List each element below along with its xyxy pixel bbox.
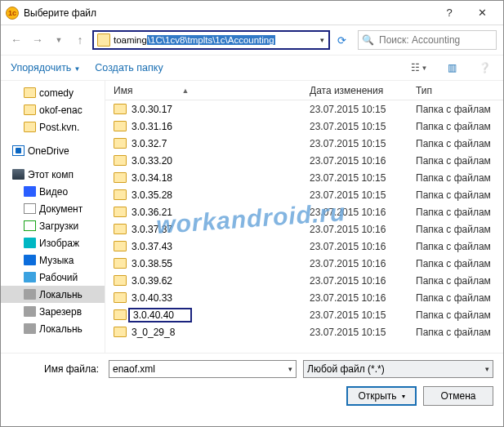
tree-docs[interactable]: Документ [1,200,105,217]
computer-icon [12,169,25,180]
file-date: 23.07.2015 10:16 [310,155,416,167]
folder-icon [114,275,127,286]
file-row[interactable]: 3.0.37.4323.07.2015 10:16Папка с файлам [105,238,503,255]
file-row[interactable]: 3_0_29_823.07.2015 10:15Папка с файлам [105,323,503,340]
preview-pane-button[interactable]: ▥ [443,60,461,75]
folder-icon [114,207,127,217]
file-name: 3.0.33.20 [132,155,172,167]
file-type: Папка с файлам [416,224,503,235]
tree-images[interactable]: Изображ [1,234,105,251]
file-type: Папка с файлам [416,155,503,167]
file-row[interactable]: 3.0.37.3723.07.2015 10:16Папка с файлам [105,220,503,238]
file-row[interactable]: 3.0.35.2823.07.2015 10:15Папка с файлам [105,186,503,203]
file-row[interactable]: 3.0.31.1623.07.2015 10:15Папка с файлам [105,118,503,135]
close-button[interactable]: ✕ [466,2,498,24]
tree-post[interactable]: Post.kvn. [1,118,105,136]
view-options[interactable]: ☷▼ [410,60,428,75]
tree-onedrive[interactable]: OneDrive [1,142,105,159]
file-type: Папка с файлам [416,189,503,201]
up-button[interactable]: ↑ [71,31,89,49]
help-icon[interactable]: ❔ [475,60,493,75]
back-button[interactable]: ← [7,31,25,49]
refresh-button[interactable]: ⟳ [333,34,350,47]
chevron-down-icon[interactable]: ▾ [315,36,328,44]
organize-menu[interactable]: Упорядочить▼ [11,62,80,73]
desktop-icon [24,272,36,282]
file-name: 3.0.37.37 [132,224,172,235]
history-dropdown[interactable]: ▼ [50,31,68,49]
tree-okof[interactable]: okof-enac [1,101,105,118]
rows-container[interactable]: 3.0.30.1723.07.2015 10:15Папка с файлам3… [105,100,503,363]
file-row[interactable]: 3.0.38.5523.07.2015 10:16Папка с файлам [105,255,503,272]
tree-comedy[interactable]: comedy [1,84,105,101]
new-folder-button[interactable]: Создать папку [95,62,163,73]
filter-value: Любой файл (*.*) [307,363,385,375]
file-type: Папка с файлам [416,258,503,269]
file-row[interactable]: 3.0.36.2123.07.2015 10:16Папка с файлам [105,203,503,220]
file-name: 3.0.35.28 [132,189,172,201]
tree-desktop[interactable]: Рабочий [1,269,105,286]
app-icon: 1c [6,7,19,20]
search-icon: 🔍 [362,34,374,46]
address-bar[interactable]: toaming\1C\1cv8\tmplts\1c\Accounting ▾ [92,30,330,50]
file-name: 3.0.34.18 [132,172,172,184]
address-text: toaming\1C\1cv8\tmplts\1c\Accounting [114,35,315,45]
file-type: Папка с файлам [416,138,503,149]
file-date: 23.07.2015 10:15 [310,189,416,201]
filename-combo[interactable]: enaof.xml ▾ [109,360,297,378]
column-headers[interactable]: Имя▲ Дата изменения Тип [105,81,503,100]
file-name: 3.0.30.17 [132,104,172,115]
file-date: 23.07.2015 10:15 [310,138,416,149]
folder-icon [114,104,127,114]
forward-button[interactable]: → [29,31,47,49]
tree-local1[interactable]: Локальнь [1,286,105,303]
file-row[interactable]: 3.0.33.2023.07.2015 10:16Папка с файлам [105,152,503,169]
folder-icon [24,87,36,98]
file-type: Папка с файлам [416,241,503,252]
search-input[interactable] [377,33,503,47]
file-date: 23.07.2015 10:16 [310,224,416,235]
col-date[interactable]: Дата изменения [310,85,416,96]
folder-icon [114,224,127,234]
file-row[interactable]: 3.0.32.723.07.2015 10:15Папка с файлам [105,135,503,152]
file-date: 23.07.2015 10:16 [310,258,416,269]
file-row[interactable]: 3.0.40.3323.07.2015 10:16Папка с файлам [105,289,503,306]
document-icon [24,203,36,214]
file-name: 3.0.32.7 [132,138,167,149]
tree-video[interactable]: Видео [1,183,105,200]
folder-icon [114,121,127,131]
dialog-footer: Имя файла: enaof.xml ▾ Любой файл (*.*) … [1,353,503,426]
filter-combo[interactable]: Любой файл (*.*) ▾ [303,360,493,378]
file-name: 3_0_29_8 [132,327,175,338]
tree-music[interactable]: Музыка [1,251,105,269]
file-date: 23.07.2015 10:16 [310,275,416,287]
tree-downloads[interactable]: Загрузки [1,217,105,234]
cancel-button[interactable]: Отмена [423,386,493,406]
file-row[interactable]: 3.0.40.4023.07.2015 10:15Папка с файлам [105,306,503,323]
sort-asc-icon: ▲ [181,87,189,95]
file-name: 3.0.31.16 [132,121,172,132]
open-button[interactable]: Открыть▾ [346,386,417,406]
col-type[interactable]: Тип [416,85,503,96]
filename-label: Имя файла: [11,363,102,375]
file-date: 23.07.2015 10:16 [310,241,416,252]
chevron-down-icon[interactable]: ▾ [485,365,489,373]
file-row[interactable]: 3.0.39.6223.07.2015 10:16Папка с файлам [105,272,503,289]
nav-tree[interactable]: comedy okof-enac Post.kvn. OneDrive Этот… [1,81,105,376]
file-row[interactable]: 3.0.30.1723.07.2015 10:15Папка с файлам [105,100,503,118]
col-name[interactable]: Имя▲ [105,85,310,96]
file-name: 3.0.40.40 [128,308,192,322]
folder-icon [114,309,127,320]
tree-local2[interactable]: Локальнь [1,320,105,337]
file-type: Папка с файлам [416,104,503,115]
file-row[interactable]: 3.0.34.1823.07.2015 10:15Папка с файлам [105,169,503,186]
tree-thispc[interactable]: Этот комп [1,166,105,183]
onedrive-icon [12,145,25,156]
chevron-down-icon[interactable]: ▾ [288,365,292,373]
tree-reserved[interactable]: Зарезерв [1,303,105,320]
search-box[interactable]: 🔍 [358,30,497,50]
help-button[interactable]: ? [433,2,466,24]
file-type: Папка с файлам [416,207,503,218]
file-date: 23.07.2015 10:15 [310,309,416,321]
titlebar: 1c Выберите файл ? ✕ [1,1,503,25]
